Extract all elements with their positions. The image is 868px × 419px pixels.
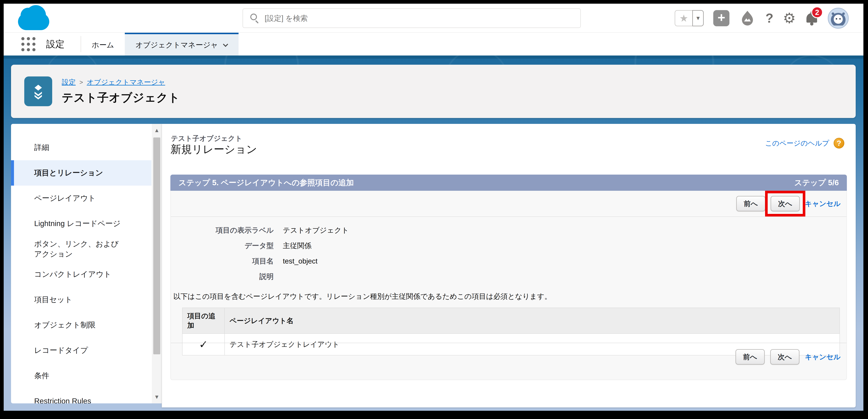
wizard-bottom-area: 前へ 次へ キャンセル xyxy=(171,343,846,371)
prev-button-bottom[interactable]: 前へ xyxy=(736,349,765,364)
app-viewport: ★ ▼ + ? ⚙ 2 xyxy=(4,4,863,411)
field-row-description: 説明 xyxy=(171,271,846,282)
global-header: ★ ▼ + ? ⚙ 2 xyxy=(4,4,863,33)
help-question-icon[interactable]: ? xyxy=(834,138,844,149)
object-sidebar-nav: 詳細 項目とリレーション ページレイアウト Lightning レコードページ … xyxy=(11,135,151,404)
tab-object-manager[interactable]: オブジェクトマネージャ xyxy=(125,33,239,56)
field-label: 説明 xyxy=(171,271,283,282)
sidebar-item-object-limits[interactable]: オブジェクト制限 xyxy=(11,313,151,338)
tab-home[interactable]: ホーム xyxy=(81,33,125,56)
field-row-label: 項目の表示ラベル テストオブジェクト xyxy=(171,225,846,235)
prev-button[interactable]: 前へ xyxy=(736,196,766,211)
app-launcher-icon[interactable] xyxy=(21,37,35,51)
next-button[interactable]: 次へ xyxy=(771,196,800,211)
wizard-step-indicator: ステップ 5/6 xyxy=(794,178,839,188)
breadcrumb-setup-link[interactable]: 設定 xyxy=(62,77,76,87)
tab-home-label: ホーム xyxy=(92,40,114,50)
page-header-text: 設定 > オブジェクトマネージャ テスト子オブジェクト xyxy=(62,77,180,105)
favorites-split-button: ★ ▼ xyxy=(675,10,704,26)
search-icon xyxy=(250,13,257,20)
wizard-body: 前へ 次へ キャンセル 項目の表示ラベル xyxy=(170,191,847,380)
sidebar-item-fields-relationships[interactable]: 項目とリレーション xyxy=(11,160,151,186)
chevron-down-icon[interactable] xyxy=(223,42,228,47)
page-help-link[interactable]: このページのヘルプ xyxy=(765,138,829,148)
column-header-layout-name: ページレイアウト名 xyxy=(224,308,840,333)
breadcrumb: 設定 > オブジェクトマネージャ xyxy=(62,77,180,87)
field-value: test_object xyxy=(283,257,317,265)
scrollbar-thumb[interactable] xyxy=(153,137,160,354)
field-row-datatype: データ型 主従関係 xyxy=(171,241,846,251)
cancel-link-bottom[interactable]: キャンセル xyxy=(805,352,841,362)
page-title: テスト子オブジェクト xyxy=(62,90,180,105)
sidebar-item-lightning-record-pages[interactable]: Lightning レコードページ xyxy=(11,211,151,236)
guidance-center-icon[interactable] xyxy=(739,10,756,27)
object-sidebar: 詳細 項目とリレーション ページレイアウト Lightning レコードページ … xyxy=(11,124,162,404)
field-label: 項目名 xyxy=(171,256,283,266)
tab-object-manager-label: オブジェクトマネージャ xyxy=(135,40,218,50)
sidebar-scrollbar[interactable]: ▲ ▼ xyxy=(152,124,162,404)
wizard-page-title: 新規リレーション xyxy=(170,142,257,157)
wizard-description: 以下はこの項目を含むページレイアウトです。リレーション種別が主従関係であるためこ… xyxy=(173,291,839,301)
global-search xyxy=(243,8,581,28)
sidebar-item-field-sets[interactable]: 項目セット xyxy=(11,287,151,313)
divider xyxy=(171,217,846,217)
content-row: 詳細 項目とリレーション ページレイアウト Lightning レコードページ … xyxy=(11,124,856,408)
field-label: データ型 xyxy=(171,241,283,251)
field-value: テストオブジェクト xyxy=(283,225,349,235)
scroll-up-icon[interactable]: ▲ xyxy=(152,124,162,137)
next-button-bottom[interactable]: 次へ xyxy=(770,349,800,364)
setup-app-label: 設定 xyxy=(46,38,64,50)
screenshot-frame: ★ ▼ + ? ⚙ 2 xyxy=(0,0,868,419)
field-value: 主従関係 xyxy=(283,241,311,251)
cancel-link[interactable]: キャンセル xyxy=(805,199,841,208)
favorite-star-icon[interactable]: ★ xyxy=(675,10,692,26)
scroll-down-icon[interactable]: ▼ xyxy=(152,390,162,404)
sidebar-item-record-types[interactable]: レコードタイプ xyxy=(11,338,151,363)
page-header-card: 設定 > オブジェクトマネージャ テスト子オブジェクト xyxy=(11,65,856,118)
main-content-card: テスト子オブジェクト 新規リレーション このページのヘルプ ? ステップ 5. … xyxy=(162,124,856,408)
notification-badge: 2 xyxy=(811,6,823,18)
wizard-top-button-row: 前へ 次へ キャンセル xyxy=(171,191,846,217)
help-icon[interactable]: ? xyxy=(766,11,773,26)
red-annotation-box: 次へ xyxy=(765,191,805,217)
search-input[interactable] xyxy=(243,8,581,28)
help-row: このページのヘルプ ? xyxy=(765,138,844,149)
avatar[interactable] xyxy=(828,8,849,29)
salesforce-logo xyxy=(18,13,49,30)
sidebar-item-page-layouts[interactable]: ページレイアウト xyxy=(11,186,151,211)
column-header-add-field: 項目の追加 xyxy=(182,308,224,333)
wizard-object-label: テスト子オブジェクト xyxy=(171,134,242,143)
new-relationship-wizard: ステップ 5. ページレイアウトへの参照項目の追加 ステップ 5/6 前へ 次へ… xyxy=(170,174,847,380)
setup-tab-bar: 設定 ホーム オブジェクトマネージャ xyxy=(4,33,863,56)
global-actions-plus-icon[interactable]: + xyxy=(713,10,730,26)
setup-page-background: 設定 > オブジェクトマネージャ テスト子オブジェクト 詳細 項目とリレーション… xyxy=(4,56,863,411)
notifications-button[interactable]: 2 xyxy=(805,10,818,27)
sidebar-item-compact-layouts[interactable]: コンパクトレイアウト xyxy=(11,262,151,287)
setup-gear-icon[interactable]: ⚙ xyxy=(783,11,796,25)
sidebar-item-details[interactable]: 詳細 xyxy=(11,135,151,160)
wizard-step-header: ステップ 5. ページレイアウトへの参照項目の追加 ステップ 5/6 xyxy=(170,174,847,191)
breadcrumb-separator: > xyxy=(80,79,83,86)
field-label: 項目の表示ラベル xyxy=(171,225,283,235)
sidebar-item-restriction-rules[interactable]: Restriction Rules xyxy=(11,388,151,404)
breadcrumb-object-manager-link[interactable]: オブジェクトマネージャ xyxy=(87,77,165,87)
wizard-step-title: ステップ 5. ページレイアウトへの参照項目の追加 xyxy=(179,178,354,188)
table-header-row: 項目の追加 ページレイアウト名 xyxy=(182,308,840,333)
sidebar-item-conditions[interactable]: 条件 xyxy=(11,363,151,388)
wizard-bottom-button-row: 前へ 次へ キャンセル xyxy=(171,343,846,371)
sidebar-item-buttons-links-actions[interactable]: ボタン、リンク、およびアクション xyxy=(11,236,151,262)
favorites-dropdown-icon[interactable]: ▼ xyxy=(692,10,704,26)
header-icon-cluster: ★ ▼ + ? ⚙ 2 xyxy=(675,4,849,33)
field-row-apiname: 項目名 test_object xyxy=(171,256,846,266)
field-summary: 項目の表示ラベル テストオブジェクト データ型 主従関係 項目名 test_ob… xyxy=(171,225,846,282)
object-manager-icon xyxy=(24,76,52,106)
